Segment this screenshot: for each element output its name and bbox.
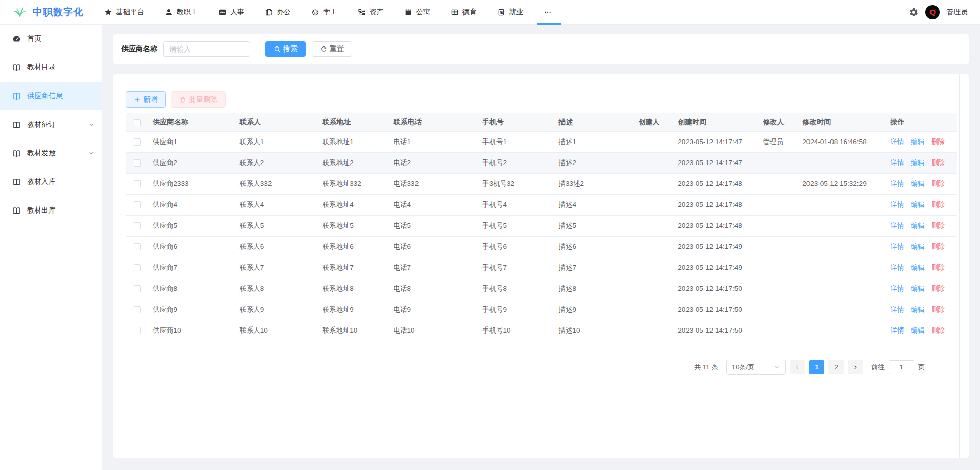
top-nav-item[interactable]: 人事 — [208, 0, 255, 24]
edit-link[interactable]: 编辑 — [911, 264, 924, 271]
row-checkbox[interactable] — [134, 285, 141, 292]
next-page-button[interactable] — [848, 360, 863, 374]
row-checkbox[interactable] — [134, 159, 141, 167]
cell-created-at: 2023-05-12 14:17:50 — [673, 278, 757, 299]
cell-modifier — [757, 278, 797, 299]
cell-creator — [633, 152, 673, 173]
sidebar-item[interactable]: 教材出库 — [0, 196, 102, 225]
top-nav-item[interactable]: 德育 — [440, 0, 487, 24]
top-nav-item[interactable]: 教职工 — [155, 0, 208, 24]
detail-link[interactable]: 详情 — [891, 138, 904, 146]
detail-link[interactable]: 详情 — [891, 201, 904, 208]
delete-link[interactable]: 删除 — [931, 264, 945, 271]
detail-link[interactable]: 详情 — [891, 180, 904, 187]
detail-link[interactable]: 详情 — [891, 243, 904, 250]
edit-link[interactable]: 编辑 — [911, 159, 924, 167]
delete-link[interactable]: 删除 — [931, 306, 945, 313]
top-nav-item[interactable]: 办公 — [255, 0, 301, 24]
top-nav-item[interactable]: 学工 — [301, 0, 348, 24]
delete-link[interactable]: 删除 — [931, 201, 945, 208]
top-nav-item[interactable]: 基础平台 — [94, 0, 155, 24]
cell-created-at: 2023-05-12 14:17:47 — [673, 152, 757, 173]
sidebar-item[interactable]: 供应商信息 — [0, 82, 102, 110]
goto-page-input[interactable] — [889, 360, 914, 374]
prev-page-button[interactable] — [790, 360, 805, 374]
edit-link[interactable]: 编辑 — [911, 201, 924, 208]
username-label[interactable]: 管理员 — [946, 8, 968, 17]
row-checkbox[interactable] — [134, 201, 141, 208]
add-button[interactable]: 新增 — [126, 91, 166, 108]
delete-link[interactable]: 删除 — [931, 243, 945, 250]
edit-link[interactable]: 编辑 — [911, 180, 924, 187]
doc-at-icon — [497, 8, 505, 16]
sidebar-item[interactable]: 教材入库 — [0, 168, 102, 196]
brand-logo[interactable]: 中职数字化 — [12, 5, 94, 20]
chevron-left-icon — [794, 364, 800, 370]
top-nav-item[interactable]: 资产 — [348, 0, 394, 24]
row-checkbox[interactable] — [134, 222, 141, 229]
delete-link[interactable]: 删除 — [931, 285, 945, 292]
search-input[interactable] — [163, 41, 250, 57]
top-nav-item[interactable]: 公寓 — [394, 0, 440, 24]
table-row: 供应商7 联系人7 联系地址7 电话7 手机号7 描述7 2023-05-12 … — [126, 257, 957, 278]
gear-icon[interactable] — [909, 7, 919, 17]
sidebar-item-label: 教材出库 — [27, 206, 56, 215]
page-button-2[interactable]: 2 — [828, 360, 844, 374]
top-nav-label: 德育 — [462, 8, 477, 17]
edit-link[interactable]: 编辑 — [911, 306, 924, 313]
delete-link[interactable]: 删除 — [931, 326, 945, 334]
batch-delete-button[interactable]: 批量删除 — [171, 91, 226, 108]
row-checkbox[interactable] — [134, 138, 141, 146]
detail-link[interactable]: 详情 — [891, 326, 904, 334]
row-checkbox[interactable] — [134, 306, 141, 313]
cell-phone: 电话5 — [388, 215, 477, 236]
row-checkbox[interactable] — [134, 327, 141, 334]
detail-link[interactable]: 详情 — [891, 159, 904, 167]
detail-link[interactable]: 详情 — [891, 306, 904, 313]
sidebar-item-label: 教材发放 — [27, 149, 56, 158]
row-checkbox[interactable] — [134, 243, 141, 250]
cell-creator — [633, 299, 673, 320]
cell-mobile: 手机号5 — [477, 215, 554, 236]
delete-link[interactable]: 删除 — [931, 159, 945, 167]
column-header: 修改时间 — [797, 113, 885, 131]
sidebar-item[interactable]: 教材征订 — [0, 110, 102, 139]
edit-link[interactable]: 编辑 — [911, 222, 924, 229]
detail-link[interactable]: 详情 — [891, 222, 904, 229]
edit-link[interactable]: 编辑 — [911, 326, 924, 334]
cell-contact: 联系人2 — [234, 152, 317, 173]
cell-supplier-name: 供应商7 — [148, 257, 234, 278]
top-nav-item[interactable]: 就业 — [487, 0, 533, 24]
page-size-select[interactable]: 10条/页 — [726, 360, 786, 375]
delete-link[interactable]: 删除 — [931, 180, 945, 187]
edit-link[interactable]: 编辑 — [911, 138, 924, 146]
top-nav-item[interactable] — [533, 0, 566, 24]
reset-button[interactable]: 重置 — [312, 41, 352, 57]
edit-link[interactable]: 编辑 — [911, 243, 924, 250]
book-icon — [12, 178, 21, 186]
cell-mobile: 手机号8 — [477, 278, 554, 299]
cell-modified-at — [797, 152, 885, 173]
edit-link[interactable]: 编辑 — [911, 285, 924, 292]
detail-link[interactable]: 详情 — [891, 285, 904, 292]
table-row: 供应商1 联系人1 联系地址1 电话1 手机号1 描述1 2023-05-12 … — [126, 131, 957, 152]
cell-supplier-name: 供应商8 — [148, 278, 234, 299]
row-checkbox[interactable] — [134, 264, 141, 271]
tree-icon — [358, 8, 366, 16]
select-all-checkbox[interactable] — [134, 119, 141, 126]
search-button[interactable]: 搜索 — [265, 41, 306, 57]
top-navigation: 基础平台 教职工 人事 办公 学 — [94, 0, 566, 24]
row-checkbox[interactable] — [134, 180, 141, 187]
cell-modified-at — [797, 194, 885, 215]
sidebar-item[interactable]: 教材发放 — [0, 139, 102, 168]
delete-link[interactable]: 删除 — [931, 138, 945, 146]
page-button-1[interactable]: 1 — [809, 360, 824, 374]
cell-creator — [633, 278, 673, 299]
sidebar-item[interactable]: 教材目录 — [0, 53, 102, 82]
sidebar-item[interactable]: 首页 — [0, 25, 102, 53]
user-avatar[interactable]: Q — [925, 5, 940, 19]
delete-link[interactable]: 删除 — [931, 222, 945, 229]
cell-contact: 联系人5 — [234, 215, 317, 236]
cell-creator — [633, 194, 673, 215]
detail-link[interactable]: 详情 — [891, 264, 904, 271]
